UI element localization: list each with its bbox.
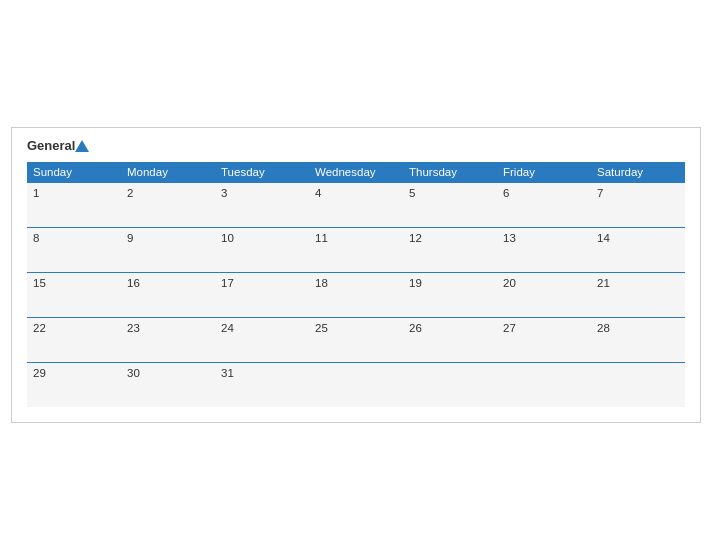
calendar-day: 8 (27, 227, 121, 272)
calendar-day: 5 (403, 182, 497, 227)
calendar-week-row: 15161718192021 (27, 272, 685, 317)
calendar-day (591, 362, 685, 407)
calendar-body: 1234567891011121314151617181920212223242… (27, 182, 685, 407)
calendar-day: 23 (121, 317, 215, 362)
calendar-day: 31 (215, 362, 309, 407)
calendar-day: 26 (403, 317, 497, 362)
calendar-day: 9 (121, 227, 215, 272)
calendar-day: 11 (309, 227, 403, 272)
calendar-week-row: 891011121314 (27, 227, 685, 272)
calendar-week-row: 1234567 (27, 182, 685, 227)
calendar-day: 28 (591, 317, 685, 362)
weekday-header: Thursday (403, 162, 497, 183)
calendar-day: 1 (27, 182, 121, 227)
calendar-day (403, 362, 497, 407)
calendar-week-row: 22232425262728 (27, 317, 685, 362)
calendar-day: 4 (309, 182, 403, 227)
weekday-header: Tuesday (215, 162, 309, 183)
logo-triangle-icon (75, 140, 89, 152)
calendar-day: 27 (497, 317, 591, 362)
calendar-day: 19 (403, 272, 497, 317)
calendar-container: General SundayMondayTuesdayWednesdayThur… (11, 127, 701, 423)
calendar-day: 7 (591, 182, 685, 227)
logo: General (27, 138, 89, 154)
calendar-day: 10 (215, 227, 309, 272)
calendar-day: 16 (121, 272, 215, 317)
calendar-day (309, 362, 403, 407)
weekday-header-row: SundayMondayTuesdayWednesdayThursdayFrid… (27, 162, 685, 183)
calendar-day: 17 (215, 272, 309, 317)
calendar-day: 6 (497, 182, 591, 227)
calendar-day: 12 (403, 227, 497, 272)
calendar-day: 20 (497, 272, 591, 317)
calendar-day: 15 (27, 272, 121, 317)
calendar-day: 21 (591, 272, 685, 317)
calendar-header: General (27, 138, 685, 154)
calendar-day (497, 362, 591, 407)
weekday-header: Friday (497, 162, 591, 183)
calendar-day: 13 (497, 227, 591, 272)
calendar-thead: SundayMondayTuesdayWednesdayThursdayFrid… (27, 162, 685, 183)
calendar-day: 22 (27, 317, 121, 362)
calendar-day: 3 (215, 182, 309, 227)
calendar-day: 14 (591, 227, 685, 272)
weekday-header: Sunday (27, 162, 121, 183)
calendar-day: 2 (121, 182, 215, 227)
calendar-day: 30 (121, 362, 215, 407)
weekday-header: Wednesday (309, 162, 403, 183)
calendar-table: SundayMondayTuesdayWednesdayThursdayFrid… (27, 162, 685, 407)
weekday-header: Saturday (591, 162, 685, 183)
calendar-day: 25 (309, 317, 403, 362)
calendar-day: 24 (215, 317, 309, 362)
weekday-header: Monday (121, 162, 215, 183)
calendar-day: 18 (309, 272, 403, 317)
logo-general-text: General (27, 138, 89, 154)
calendar-week-row: 293031 (27, 362, 685, 407)
calendar-day: 29 (27, 362, 121, 407)
